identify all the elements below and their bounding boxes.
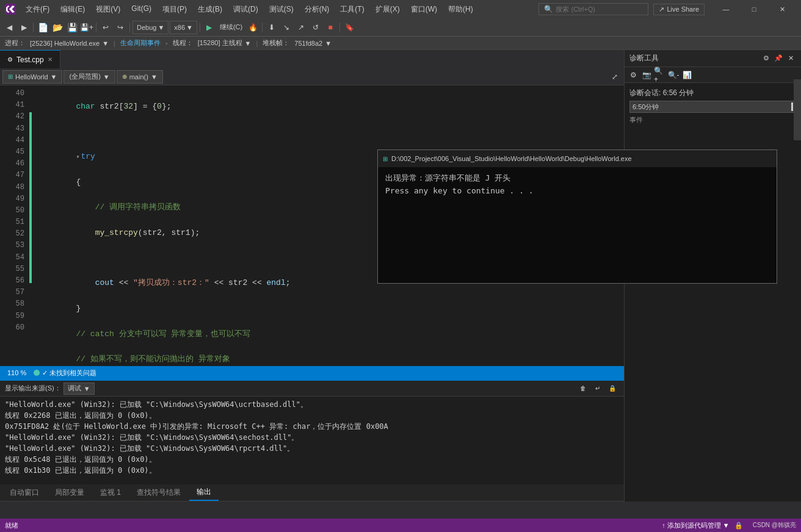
tab-locals[interactable]: 局部变量 (48, 485, 92, 500)
step-out-button[interactable]: ↗ (294, 21, 308, 34)
console-title-text: D:\002_Project\006_Visual_Studio\HelloWo… (391, 155, 772, 162)
fire-button[interactable]: 🔥 (246, 21, 259, 34)
menu-bar: 文件(F) 编辑(E) 视图(V) Git(G) 项目(P) 生成(B) 调试(… (21, 2, 534, 17)
process-label: 进程： (5, 38, 25, 48)
chevron-down-icon: ▼ (186, 24, 193, 31)
minimize-button[interactable]: — (712, 0, 740, 18)
step-over-button[interactable]: ⬇ (265, 21, 278, 34)
search-input[interactable] (556, 5, 629, 13)
toolbar: ◀ ▶ 📄 📂 💾 💾+ ↩ ↪ Debug ▼ x86 ▼ ▶ 继续(C) 🔥… (0, 18, 801, 37)
chevron-down-icon: ▼ (158, 24, 164, 31)
platform-dropdown[interactable]: x86 ▼ (170, 21, 197, 34)
source-control-button[interactable]: ↑ 添加到源代码管理 ▼ (662, 521, 730, 530)
tab-close-button[interactable]: ✕ (48, 56, 53, 63)
back-button[interactable]: ◀ (2, 21, 16, 34)
output-source-dropdown[interactable]: 调试 ▼ (63, 383, 95, 395)
thread-dropdown[interactable]: [15280] 主线程 ▼ (198, 38, 252, 48)
search-icon: 🔍 (544, 5, 553, 13)
lifecycle-link[interactable]: 生命周期事件 (120, 38, 161, 48)
step-in-button[interactable]: ↘ (280, 21, 293, 34)
maximize-button[interactable]: □ (740, 0, 768, 18)
tab-output[interactable]: 输出 (189, 484, 219, 501)
diag-scrollbar[interactable] (794, 79, 801, 140)
open-button[interactable]: 📂 (51, 21, 64, 34)
separator-5 (262, 23, 263, 32)
close-button[interactable]: ✕ (768, 0, 796, 18)
function-nav-dropdown[interactable]: ⊕ main() ▼ (117, 70, 163, 84)
menu-debug[interactable]: 调试(D) (228, 2, 263, 17)
clear-output-button[interactable]: 🗑 (576, 382, 590, 395)
diag-close-button[interactable]: ✕ (785, 53, 796, 64)
editor-tabs: ⚙ Test.cpp ✕ (0, 50, 624, 68)
lock-scroll-button[interactable]: 🔒 (606, 382, 619, 395)
tab-find-symbol[interactable]: 查找符号结果 (129, 485, 188, 500)
watermark: CSDN @韩骐亮 (753, 521, 796, 530)
menu-help[interactable]: 帮助(H) (443, 2, 478, 17)
menu-view[interactable]: 视图(V) (91, 2, 125, 17)
chevron-down-icon: ▼ (84, 385, 90, 392)
diag-chart-btn[interactable]: 📊 (681, 69, 693, 81)
restart-button[interactable]: ↺ (309, 21, 322, 34)
menu-analyze[interactable]: 分析(N) (300, 2, 335, 17)
output-line: 0x751FD8A2 处(位于 HelloWorld.exe 中)引发的异常: … (5, 421, 619, 432)
bottom-tabs: 自动窗口 局部变量 监视 1 查找符号结果 输出 (0, 484, 624, 501)
menu-file[interactable]: 文件(F) (21, 2, 54, 17)
menu-build[interactable]: 生成(B) (193, 2, 227, 17)
diag-session: 诊断会话: 6:56 分钟 6:50分钟 事件 (629, 88, 796, 124)
title-bar: 文件(F) 编辑(E) 视图(V) Git(G) 项目(P) 生成(B) 调试(… (0, 0, 801, 18)
tab-auto-window[interactable]: 自动窗口 (2, 485, 46, 500)
function-icon: ⊕ (122, 73, 127, 80)
menu-window[interactable]: 窗口(W) (406, 2, 442, 17)
bookmark-button[interactable]: 🔖 (343, 21, 356, 34)
menu-extensions[interactable]: 扩展(X) (371, 2, 405, 17)
thread-label: 线程： (173, 38, 193, 48)
diag-timeline-row: 6:50分钟 (629, 101, 796, 113)
separator-2 (96, 23, 96, 32)
save-button[interactable]: 💾 (65, 21, 79, 34)
search-box[interactable]: 🔍 (538, 3, 648, 15)
output-line: "HelloWorld.exe" (Win32): 已加载 "C:\Window… (5, 432, 619, 443)
file-icon: ⊞ (8, 73, 13, 80)
diag-pin-button[interactable]: 📌 (773, 53, 784, 64)
word-wrap-button[interactable]: ↵ (591, 382, 604, 395)
undo-button[interactable]: ↩ (99, 21, 112, 34)
stop-button[interactable]: ■ (324, 21, 337, 34)
chevron-down-icon: ▼ (51, 73, 57, 81)
output-line: "HelloWorld.exe" (Win32): 已加载 "C:\Window… (5, 443, 619, 454)
diag-zoom-in[interactable]: 🔍+ (654, 69, 666, 81)
menu-tools[interactable]: 工具(T) (335, 2, 369, 17)
liveshare-button[interactable]: ↗ Live Share (653, 4, 705, 15)
timeline-marker (791, 102, 793, 111)
liveshare-icon: ↗ (659, 5, 664, 13)
diag-settings-btn[interactable]: ⚙ (627, 69, 639, 81)
new-file-button[interactable]: 📄 (36, 21, 49, 34)
output-source-label: 显示输出来源(S)： (5, 384, 61, 393)
chevron-down-icon: ▼ (103, 73, 110, 81)
process-dropdown[interactable]: [25236] HelloWorld.exe ▼ (30, 40, 109, 47)
scope-nav-dropdown[interactable]: (全局范围) ▼ (63, 70, 115, 84)
diag-session-label: 诊断会话: 6:56 分钟 (629, 88, 796, 98)
forward-button[interactable]: ▶ (17, 21, 31, 34)
diag-zoom-out[interactable]: 🔍- (667, 69, 680, 81)
console-line2: Press any key to continue . . . (385, 185, 769, 198)
menu-project[interactable]: 项目(P) (158, 2, 192, 17)
debug-controls: ▶ 继续(C) 🔥 (203, 21, 259, 34)
output-line: 线程 0x2268 已退出，返回值为 0 (0x0)。 (5, 410, 619, 421)
diag-settings-button[interactable]: ⚙ (761, 53, 772, 64)
menu-git[interactable]: Git(G) (126, 2, 156, 17)
tab-test-cpp[interactable]: ⚙ Test.cpp ✕ (0, 50, 60, 68)
zoom-status[interactable]: 110 % (5, 369, 29, 376)
menu-test[interactable]: 测试(S) (264, 2, 299, 17)
save-all-button[interactable]: 💾+ (80, 21, 93, 34)
file-nav-dropdown[interactable]: ⊞ HelloWorld ▼ (2, 70, 62, 84)
diag-camera-btn[interactable]: 📷 (640, 69, 653, 81)
menu-edit[interactable]: 编辑(E) (56, 2, 90, 17)
chevron-down-icon: ▼ (245, 40, 252, 47)
tab-watch1[interactable]: 监视 1 (93, 485, 128, 500)
debug-config-dropdown[interactable]: Debug ▼ (132, 21, 169, 34)
expand-icon[interactable]: ⤢ (608, 70, 622, 84)
continue-button[interactable]: ▶ (203, 21, 216, 34)
redo-button[interactable]: ↪ (114, 21, 127, 34)
stack-dropdown[interactable]: 751fd8a2 ▼ (294, 40, 332, 47)
diagnostics-header: 诊断工具 ⚙ 📌 ✕ (625, 50, 801, 67)
